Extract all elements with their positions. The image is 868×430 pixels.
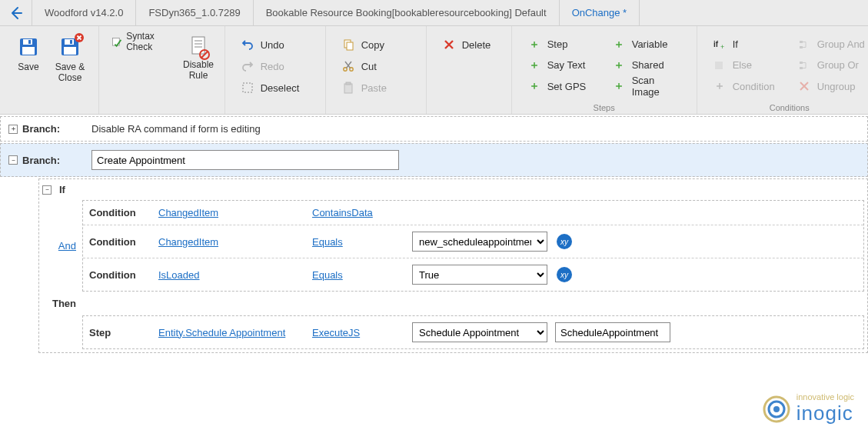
condition-type: Condition xyxy=(89,236,158,248)
condition-field-link[interactable]: ChangedItem xyxy=(158,236,218,248)
fx-button[interactable]: xy xyxy=(557,234,572,249)
back-button[interactable] xyxy=(0,0,32,25)
branch-label: Branch: xyxy=(22,155,91,166)
fx-button[interactable]: xy xyxy=(557,267,572,282)
rule-content: ＋ Branch: Disable RA command if form is … xyxy=(0,116,868,353)
svg-rect-25 xyxy=(715,62,723,69)
condition-operator-link[interactable]: Equals xyxy=(312,236,343,248)
condition-row[interactable]: Condition ChangedItem Equals new_schedul… xyxy=(83,225,863,258)
add-shared-button[interactable]: ＋Shared xyxy=(609,55,684,75)
save-close-icon xyxy=(58,35,81,58)
breadcrumb: Woodford v14.2.0 FSDyn365_1.0.7289 Booka… xyxy=(0,0,868,26)
arrow-left-icon xyxy=(8,5,24,21)
add-step-button[interactable]: ＋Step xyxy=(524,34,600,55)
condition-field-link[interactable]: IsLoaded xyxy=(158,269,200,281)
svg-text:if: if xyxy=(713,40,719,48)
group-or-button: Group Or xyxy=(794,55,868,75)
svg-rect-3 xyxy=(22,47,35,55)
and-operator-link[interactable]: And xyxy=(58,240,76,252)
if-label: If xyxy=(59,184,65,195)
svg-rect-16 xyxy=(243,83,252,92)
else-icon xyxy=(713,58,727,72)
ungroup-button: Ungroup xyxy=(794,76,868,97)
brand-logo: innovative logic inogic xyxy=(761,392,854,425)
deselect-button[interactable]: Deselect xyxy=(238,77,313,98)
condition-operator-link[interactable]: Equals xyxy=(312,269,343,281)
condition-value-select[interactable]: new_scheduleappointment xyxy=(412,232,547,252)
step-block-wrap: Step Entity.Schedule Appointment Execute… xyxy=(42,315,864,349)
syntax-check-button[interactable]: Syntax Check xyxy=(107,31,172,52)
ribbon: Save Save & Close Syntax Check Disable R… xyxy=(0,26,868,115)
condition-type: Condition xyxy=(89,269,158,281)
syntax-check-icon xyxy=(111,35,121,48)
copy-button[interactable]: Copy xyxy=(338,34,414,55)
condition-field-link[interactable]: ChangedItem xyxy=(158,207,218,218)
svg-rect-27 xyxy=(800,46,803,48)
undo-button[interactable]: Undo xyxy=(238,34,313,55)
redo-button: Redo xyxy=(238,55,313,77)
branch-row-collapsed[interactable]: ＋ Branch: Disable RA command if form is … xyxy=(0,116,868,142)
add-variable-button[interactable]: ＋Variable xyxy=(609,34,684,55)
plus-icon: ＋ xyxy=(612,38,626,52)
logo-name: inogic xyxy=(796,402,854,425)
breadcrumb-item-3[interactable]: OnChange * xyxy=(560,0,640,25)
ribbon-group-rule: Syntax Check Disable Rule xyxy=(99,26,225,114)
disable-rule-button[interactable]: Disable Rule xyxy=(180,31,216,114)
group-and-button: Group And xyxy=(794,34,868,55)
add-saytext-button[interactable]: ＋Say Text xyxy=(524,55,600,75)
deselect-icon xyxy=(241,81,254,95)
step-text-input[interactable] xyxy=(555,322,670,342)
condition-row[interactable]: Condition ChangedItem ContainsData xyxy=(83,201,863,225)
step-field-link[interactable]: Entity.Schedule Appointment xyxy=(158,327,285,338)
conditions-group-label: Conditions xyxy=(697,103,868,112)
condition-operator-link[interactable]: ContainsData xyxy=(312,207,373,218)
save-icon xyxy=(17,35,40,58)
if-icon: if+ xyxy=(713,38,727,52)
svg-rect-29 xyxy=(800,67,803,69)
add-if-button[interactable]: if+ If xyxy=(710,34,785,55)
svg-point-32 xyxy=(773,406,780,412)
save-close-button[interactable]: Save & Close xyxy=(49,31,91,114)
branch-row-expanded[interactable]: － Branch: xyxy=(0,143,868,177)
plus-icon: ＋ xyxy=(612,58,626,72)
group-and-icon xyxy=(797,38,811,52)
branch-label: Branch: xyxy=(22,123,91,135)
condition-type: Condition xyxy=(89,207,158,218)
svg-rect-22 xyxy=(346,82,351,85)
cut-button[interactable]: Cut xyxy=(338,55,414,77)
svg-rect-26 xyxy=(800,41,803,43)
condition-value-select[interactable]: True xyxy=(412,265,547,285)
breadcrumb-item-1[interactable]: FSDyn365_1.0.7289 xyxy=(136,0,253,25)
plus-icon: ＋ xyxy=(527,38,541,52)
then-row: Then xyxy=(42,292,864,315)
add-else-button: Else xyxy=(710,55,785,75)
step-operator-link[interactable]: ExecuteJS xyxy=(312,327,360,338)
condition-row[interactable]: Condition IsLoaded Equals True xy xyxy=(83,258,863,291)
branch-name-input[interactable] xyxy=(91,150,399,170)
add-condition-button: ＋ Condition xyxy=(710,76,785,97)
breadcrumb-item-2[interactable]: Bookable Resource Booking[bookableresour… xyxy=(254,0,560,25)
save-button[interactable]: Save xyxy=(8,31,49,114)
collapse-toggle[interactable]: － xyxy=(42,185,52,195)
add-scanimage-button[interactable]: ＋Scan Image xyxy=(609,75,684,97)
redo-icon xyxy=(241,59,254,73)
delete-button[interactable]: Delete xyxy=(439,34,499,55)
collapse-toggle[interactable]: － xyxy=(8,155,18,165)
expand-toggle[interactable]: ＋ xyxy=(8,125,18,134)
svg-rect-5 xyxy=(65,39,74,45)
plus-icon: ＋ xyxy=(527,58,541,72)
steps-group-label: Steps xyxy=(512,103,697,112)
breadcrumb-item-0[interactable]: Woodford v14.2.0 xyxy=(32,0,136,25)
step-value-select[interactable]: Schedule Appointment xyxy=(412,322,547,342)
step-row[interactable]: Step Entity.Schedule Appointment Execute… xyxy=(82,315,864,349)
delete-icon xyxy=(442,38,456,52)
condition-block: And Condition ChangedItem ContainsData C… xyxy=(42,200,864,292)
svg-text:+: + xyxy=(720,43,724,51)
add-setgps-button[interactable]: ＋Set GPS xyxy=(524,76,600,97)
logo-tagline: innovative logic xyxy=(796,392,854,402)
if-block: － If And Condition ChangedItem ContainsD… xyxy=(38,178,868,353)
branch-text: Disable RA command if form is editing xyxy=(91,123,261,135)
ribbon-group-steps: ＋Step ＋Say Text ＋Set GPS ＋Variable ＋Shar… xyxy=(512,26,697,114)
svg-rect-21 xyxy=(344,84,352,93)
svg-rect-28 xyxy=(800,62,803,64)
